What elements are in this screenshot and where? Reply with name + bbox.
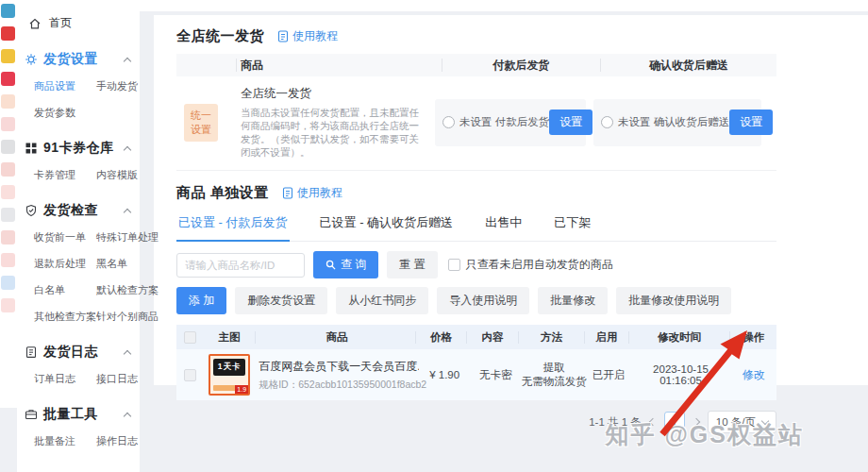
chevron-up-icon[interactable] — [124, 145, 131, 153]
section-title: 批量工具 — [43, 406, 119, 423]
tutorial-link[interactable]: 使用教程 — [282, 185, 342, 201]
sync-xiaohongshu-button[interactable]: 从小红书同步 — [336, 287, 428, 314]
dock-red-circle-icon[interactable] — [1, 26, 15, 41]
log-file-icon — [25, 346, 38, 359]
radio-unset-icon[interactable] — [442, 116, 455, 128]
dock-yellow-icon[interactable] — [1, 49, 15, 63]
header-method: 方法 — [519, 331, 585, 344]
add-button[interactable]: 添 加 — [176, 287, 226, 314]
query-button[interactable]: 查 询 — [313, 251, 378, 278]
sidebar-item-other-check[interactable]: 其他检查方案 — [34, 310, 89, 324]
sidebar-section-batch-tools: 批量工具 批量备注 操作日志 — [23, 406, 134, 448]
app-dock — [0, 0, 17, 408]
sidebar-item-order-log[interactable]: 订单日志 — [34, 372, 89, 386]
sidebar-section-header[interactable]: 发货设置 — [23, 51, 134, 68]
dock-grid-icon[interactable] — [1, 4, 15, 18]
tab-off-shelf[interactable]: 已下架 — [552, 211, 593, 241]
section-title: 发货日志 — [43, 344, 119, 361]
reset-button[interactable]: 重 置 — [387, 251, 437, 278]
sidebar-item-blacklist[interactable]: 黑名单 — [96, 257, 159, 271]
tab-set-after-confirm[interactable]: 已设置 - 确认收货后赠送 — [318, 211, 456, 241]
after-confirm-set-button[interactable]: 设置 — [729, 110, 773, 135]
delete-ship-settings-button[interactable]: 删除发货设置 — [235, 287, 327, 314]
sidebar-home-label: 首页 — [49, 15, 72, 31]
after-payment-set-button[interactable]: 设置 — [549, 110, 593, 135]
chevron-up-icon[interactable] — [124, 57, 131, 64]
sidebar-item-special-orders[interactable]: 特殊订单处理 — [96, 230, 159, 244]
batch-modify-button[interactable]: 批量修改 — [538, 287, 608, 314]
after-confirm-status-box: 未设置 确认收货后赠送 设置 — [593, 99, 761, 146]
dock-faded-icon[interactable] — [1, 230, 15, 244]
sidebar-item-default-check[interactable]: 默认检查方案 — [96, 283, 159, 297]
header-content: 内容 — [467, 331, 519, 344]
sidebar-item-card-manage[interactable]: 卡券管理 — [34, 168, 89, 182]
chevron-up-icon[interactable] — [124, 412, 131, 419]
dock-faded-icon[interactable] — [1, 276, 15, 290]
dock-faded-icon[interactable] — [1, 253, 15, 267]
gear-icon — [25, 53, 38, 66]
dock-faded-icon[interactable] — [1, 298, 15, 312]
product-modified-time: 2023-10-15 01:16:05 — [630, 363, 730, 386]
dock-faded-icon[interactable] — [1, 94, 15, 109]
search-input[interactable] — [176, 253, 305, 278]
filter-row: 查 询 重 置 只查看未启用自动发货的商品 — [176, 251, 776, 278]
unified-table-row: 统一设置 全店统一发货 当商品未设置任何发货配置，且未配置任何商品编码时，将为该… — [176, 76, 776, 171]
product-price: ¥ 1.90 — [419, 369, 470, 380]
sidebar-item-specific-product[interactable]: 针对个别商品 — [96, 310, 159, 324]
tutorial-link[interactable]: 使用教程 — [277, 28, 338, 44]
product-title: 百度网盘会员下载一天会员百度... — [259, 359, 419, 375]
dock-red-square-icon[interactable] — [1, 72, 15, 86]
filter-checkbox-row[interactable]: 只查看未启用自动发货的商品 — [448, 257, 613, 273]
sidebar-item-product-settings[interactable]: 商品设置 — [34, 79, 89, 93]
product-tabs: 已设置 - 付款后发货 已设置 - 确认收货后赠送 出售中 已下架 — [176, 211, 776, 242]
sidebar-item-ship-params[interactable]: 发货参数 — [34, 106, 89, 120]
batch-modify-instructions-button[interactable]: 批量修改使用说明 — [616, 287, 731, 314]
filter-checkbox[interactable] — [448, 259, 460, 271]
sidebar-section-ship-log: 发货日志 订单日志 接口日志 — [23, 344, 134, 386]
dock-faded-icon[interactable] — [1, 208, 15, 222]
radio-unset-icon[interactable] — [601, 116, 613, 128]
dock-faded-icon[interactable] — [1, 140, 15, 154]
individual-section-title: 商品 单独设置 — [176, 184, 269, 202]
sidebar-item-pre-receipt[interactable]: 收货前一单 — [34, 230, 89, 244]
section-title: 发货检查 — [43, 202, 119, 219]
modify-link[interactable]: 修改 — [743, 368, 765, 381]
sidebar-item-after-refund[interactable]: 退款后处理 — [34, 257, 89, 271]
sidebar-item-home[interactable]: 首页 — [23, 13, 134, 31]
tab-set-after-payment[interactable]: 已设置 - 付款后发货 — [176, 211, 290, 242]
header-thumb: 主图 — [204, 331, 256, 344]
tab-on-sale[interactable]: 出售中 — [483, 211, 524, 241]
sidebar-item-op-log[interactable]: 操作日志 — [96, 434, 138, 448]
header-product: 商品 — [237, 59, 442, 72]
chevron-up-icon[interactable] — [124, 208, 131, 215]
sidebar-section-header[interactable]: 批量工具 — [23, 406, 134, 423]
dock-faded-icon[interactable] — [1, 162, 15, 177]
sidebar-section-header[interactable]: 发货检查 — [23, 202, 134, 219]
product-row: 1天卡 1.9 百度网盘会员下载一天会员百度... 规格ID：652acbb10… — [176, 349, 776, 400]
row-checkbox[interactable] — [184, 369, 196, 381]
unified-badge: 统一设置 — [184, 104, 218, 142]
document-icon — [282, 187, 293, 199]
header-product: 商品 — [256, 331, 416, 344]
chevron-up-icon[interactable] — [124, 349, 131, 357]
dock-faded-icon[interactable] — [1, 117, 15, 131]
header-spacer — [176, 59, 237, 72]
products-table-header: 主图 商品 价格 内容 方法 启用 修改时间 操作 — [176, 325, 776, 349]
import-instructions-button[interactable]: 导入使用说明 — [437, 287, 529, 314]
unified-row-title: 全店统一发货 — [241, 86, 426, 102]
sidebar-item-content-template[interactable]: 内容模版 — [96, 168, 138, 182]
product-thumbnail[interactable]: 1天卡 1.9 — [209, 354, 250, 396]
sidebar-item-api-log[interactable]: 接口日志 — [96, 372, 138, 386]
sidebar-item-batch-remark[interactable]: 批量备注 — [34, 434, 89, 448]
sidebar-item-whitelist[interactable]: 白名单 — [34, 283, 89, 297]
select-all-checkbox[interactable] — [184, 331, 196, 344]
sidebar-item-manual-ship[interactable]: 手动发货 — [96, 79, 138, 93]
after-confirm-status-label: 未设置 确认收货后赠送 — [618, 115, 729, 129]
main-content-card: 全店统一发货 使用教程 商品 付款后发货 确认收货后赠送 统一设置 — [154, 15, 868, 385]
unified-section-title: 全店统一发货 — [176, 27, 264, 45]
sidebar-section-header[interactable]: 91卡券仓库 — [23, 140, 134, 157]
section-title: 发货设置 — [43, 51, 119, 68]
filter-checkbox-label: 只查看未启用自动发货的商品 — [466, 257, 613, 273]
dock-faded-icon[interactable] — [1, 185, 15, 199]
sidebar-section-header[interactable]: 发货日志 — [23, 344, 134, 361]
